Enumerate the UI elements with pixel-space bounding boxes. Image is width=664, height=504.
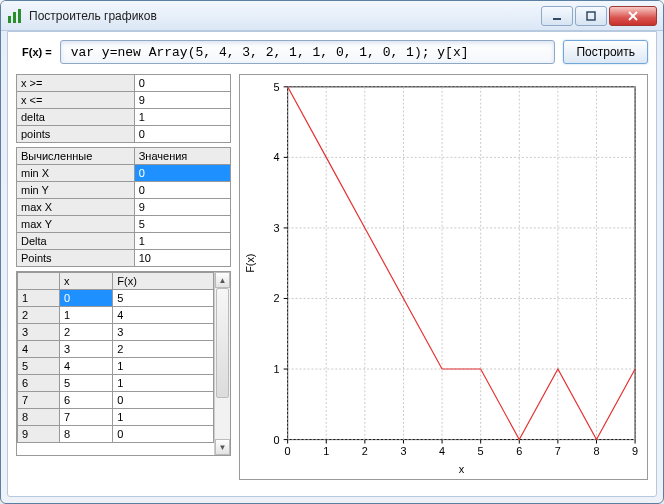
table-row[interactable]: 432 [18,341,214,358]
svg-text:0: 0 [285,445,291,457]
row-fx[interactable]: 1 [113,375,214,392]
table-row[interactable]: 105 [18,290,214,307]
row-x[interactable]: 5 [60,375,113,392]
computed-name: min Y [17,182,135,199]
table-row[interactable]: 214 [18,307,214,324]
build-button[interactable]: Построить [563,40,648,64]
data-col-index [18,273,60,290]
maximize-button[interactable] [575,6,607,26]
row-x[interactable]: 2 [60,324,113,341]
row-x[interactable]: 8 [60,426,113,443]
svg-text:7: 7 [555,445,561,457]
computed-value[interactable]: 0 [134,165,230,182]
svg-text:3: 3 [400,445,406,457]
svg-text:9: 9 [632,445,638,457]
data-table-wrap: xF(x)105214323432541651760871980 ▲ ▼ [16,271,231,456]
row-x[interactable]: 7 [60,409,113,426]
svg-text:F(x): F(x) [244,254,256,273]
row-x[interactable]: 1 [60,307,113,324]
svg-rect-1 [13,12,16,23]
params-grid[interactable]: x >=0x <=9delta1points0 [16,74,231,143]
table-row[interactable]: 323 [18,324,214,341]
param-value[interactable]: 9 [134,92,230,109]
scroll-up-button[interactable]: ▲ [215,272,230,288]
computed-name: Delta [17,233,135,250]
row-fx[interactable]: 2 [113,341,214,358]
row-fx[interactable]: 4 [113,307,214,324]
computed-value[interactable]: 5 [134,216,230,233]
svg-text:x: x [459,463,465,475]
table-row[interactable]: 760 [18,392,214,409]
svg-text:8: 8 [593,445,599,457]
computed-value[interactable]: 1 [134,233,230,250]
svg-text:1: 1 [323,445,329,457]
svg-text:6: 6 [516,445,522,457]
row-index: 4 [18,341,60,358]
scroll-thumb[interactable] [216,288,229,398]
svg-text:4: 4 [439,445,445,457]
line-chart: 0123456789012345xF(x) [240,75,647,479]
data-table[interactable]: xF(x)105214323432541651760871980 [17,272,214,443]
param-name: points [17,126,135,143]
param-name: x <= [17,92,135,109]
chart-panel: 0123456789012345xF(x) [239,74,648,480]
svg-rect-7 [288,87,635,440]
formula-label: F(x) = [16,46,52,58]
svg-rect-4 [587,12,595,20]
formula-input[interactable] [60,40,556,64]
computed-name: max Y [17,216,135,233]
svg-rect-0 [8,16,11,23]
svg-text:4: 4 [274,151,280,163]
param-value[interactable]: 0 [134,75,230,92]
row-index: 8 [18,409,60,426]
app-window: Построитель графиков F(x) = Построить x … [0,0,664,504]
scroll-down-button[interactable]: ▼ [215,439,230,455]
computed-value[interactable]: 10 [134,250,230,267]
row-index: 6 [18,375,60,392]
row-x[interactable]: 3 [60,341,113,358]
row-index: 7 [18,392,60,409]
row-index: 5 [18,358,60,375]
row-index: 2 [18,307,60,324]
vertical-scrollbar[interactable]: ▲ ▼ [214,272,230,455]
window-title: Построитель графиков [29,9,539,23]
row-x[interactable]: 6 [60,392,113,409]
row-index: 9 [18,426,60,443]
param-value[interactable]: 1 [134,109,230,126]
row-fx[interactable]: 5 [113,290,214,307]
row-index: 3 [18,324,60,341]
param-name: delta [17,109,135,126]
computed-header-left: Вычисленные [17,148,135,165]
table-row[interactable]: 651 [18,375,214,392]
close-button[interactable] [609,6,657,26]
titlebar[interactable]: Построитель графиков [1,1,663,31]
svg-text:5: 5 [274,81,280,93]
computed-value[interactable]: 0 [134,182,230,199]
svg-text:3: 3 [274,222,280,234]
table-row[interactable]: 980 [18,426,214,443]
computed-grid[interactable]: ВычисленныеЗначенияmin X0min Y0max X9max… [16,147,231,267]
minimize-button[interactable] [541,6,573,26]
computed-name: min X [17,165,135,182]
svg-rect-2 [18,9,21,23]
svg-text:5: 5 [478,445,484,457]
row-fx[interactable]: 1 [113,409,214,426]
table-row[interactable]: 541 [18,358,214,375]
computed-value[interactable]: 9 [134,199,230,216]
row-fx[interactable]: 0 [113,426,214,443]
svg-text:2: 2 [362,445,368,457]
table-row[interactable]: 871 [18,409,214,426]
row-x[interactable]: 4 [60,358,113,375]
row-fx[interactable]: 1 [113,358,214,375]
row-fx[interactable]: 0 [113,392,214,409]
computed-name: Points [17,250,135,267]
app-icon [7,8,23,24]
svg-text:1: 1 [274,363,280,375]
data-col-fx: F(x) [113,273,214,290]
param-value[interactable]: 0 [134,126,230,143]
row-index: 1 [18,290,60,307]
data-col-x: x [60,273,113,290]
row-fx[interactable]: 3 [113,324,214,341]
row-x[interactable]: 0 [60,290,113,307]
svg-text:2: 2 [274,292,280,304]
